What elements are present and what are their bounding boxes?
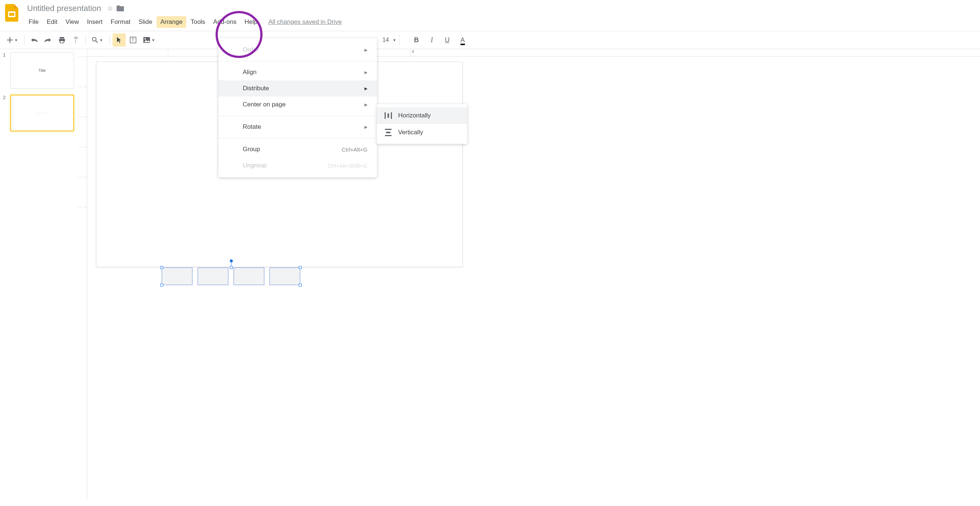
- svg-point-5: [92, 37, 96, 41]
- svg-rect-1: [9, 13, 14, 16]
- menu-edit[interactable]: Edit: [43, 16, 61, 28]
- ruler-vertical: [77, 56, 87, 500]
- zoom-button[interactable]: ▼: [89, 34, 106, 46]
- separator: [86, 35, 86, 45]
- svg-point-10: [145, 38, 146, 40]
- distribute-vertical-icon: [384, 128, 392, 137]
- undo-button[interactable]: [27, 34, 41, 46]
- menu-format[interactable]: Format: [107, 16, 134, 28]
- separator: [218, 138, 377, 138]
- svg-rect-4: [60, 41, 64, 43]
- distribute-submenu: Horizontally Vertically: [377, 104, 467, 144]
- distribute-vertically[interactable]: Vertically: [377, 124, 467, 141]
- rotation-handle[interactable]: [230, 259, 233, 262]
- menu-tools[interactable]: Tools: [187, 16, 209, 28]
- title-area: Untitled presentation ☆ File Edit View I…: [25, 3, 975, 28]
- paint-format-button[interactable]: [69, 34, 83, 46]
- slide-thumb-2[interactable]: ▫▫▫▫: [10, 95, 74, 131]
- shape[interactable]: [234, 268, 264, 285]
- new-slide-button[interactable]: ▼: [4, 34, 21, 46]
- canvas-area: 3 4: [77, 49, 980, 500]
- toolbar: ▼ ▼ T ▼ ▼ 14 ▼ B I U A: [0, 31, 980, 49]
- menu-distribute[interactable]: Distribute▶: [218, 80, 377, 96]
- slide-number: 2: [3, 95, 7, 131]
- resize-handle[interactable]: [230, 266, 233, 269]
- separator: [399, 35, 399, 45]
- shape[interactable]: [162, 268, 192, 285]
- workspace: 1 Title 2 ▫▫▫▫ 3 4: [0, 49, 980, 500]
- resize-handle[interactable]: [160, 284, 163, 287]
- resize-handle[interactable]: [299, 284, 302, 287]
- shape[interactable]: [269, 268, 300, 285]
- svg-rect-12: [388, 113, 389, 118]
- slides-logo[interactable]: [5, 3, 19, 23]
- font-size-control[interactable]: 14 ▼: [382, 37, 396, 43]
- menu-center-on-page[interactable]: Center on page▶: [218, 96, 377, 113]
- image-tool[interactable]: ▼: [140, 34, 158, 46]
- selected-shapes-group[interactable]: [162, 268, 301, 289]
- menu-slide[interactable]: Slide: [135, 16, 156, 28]
- svg-rect-15: [386, 132, 390, 133]
- resize-handle[interactable]: [160, 266, 163, 269]
- move-folder-icon[interactable]: [116, 5, 124, 11]
- svg-line-6: [96, 41, 97, 43]
- svg-text:T: T: [132, 37, 135, 43]
- menu-help[interactable]: Help: [241, 16, 261, 28]
- menu-view[interactable]: View: [62, 16, 83, 28]
- resize-handle[interactable]: [299, 266, 302, 269]
- save-status[interactable]: All changes saved in Drive: [268, 18, 342, 26]
- italic-button[interactable]: I: [425, 34, 439, 46]
- svg-rect-2: [60, 37, 64, 38]
- svg-rect-14: [385, 129, 391, 130]
- print-button[interactable]: [56, 34, 68, 46]
- text-color-button[interactable]: A: [456, 34, 469, 46]
- separator: [218, 61, 377, 61]
- slide-number: 1: [3, 52, 7, 89]
- separator: [24, 35, 25, 45]
- textbox-tool[interactable]: T: [126, 34, 140, 46]
- menu-order: Order▶: [218, 42, 377, 58]
- svg-rect-13: [391, 112, 392, 119]
- underline-button[interactable]: U: [441, 34, 454, 46]
- menu-file[interactable]: File: [25, 16, 42, 28]
- menubar: File Edit View Insert Format Slide Arran…: [25, 16, 975, 28]
- menu-rotate[interactable]: Rotate▶: [218, 119, 377, 135]
- bold-button[interactable]: B: [410, 34, 423, 46]
- shape[interactable]: [197, 268, 228, 285]
- separator: [109, 35, 110, 45]
- menu-align[interactable]: Align▶: [218, 64, 377, 80]
- header: Untitled presentation ☆ File Edit View I…: [0, 0, 980, 28]
- svg-rect-16: [385, 135, 391, 136]
- separator: [218, 116, 377, 116]
- distribute-horizontally[interactable]: Horizontally: [377, 107, 467, 124]
- menu-insert[interactable]: Insert: [83, 16, 106, 28]
- svg-rect-11: [385, 112, 386, 119]
- redo-button[interactable]: [41, 34, 55, 46]
- document-title[interactable]: Untitled presentation: [25, 3, 103, 14]
- slide-thumb-1[interactable]: Title: [10, 52, 74, 89]
- star-icon[interactable]: ☆: [107, 5, 113, 13]
- filmstrip: 1 Title 2 ▫▫▫▫: [0, 49, 77, 500]
- menu-group[interactable]: GroupCtrl+Alt+G: [218, 141, 377, 157]
- arrange-menu-dropdown: Order▶ Align▶ Distribute▶ Center on page…: [218, 38, 377, 177]
- menu-addons[interactable]: Add-ons: [210, 16, 240, 28]
- distribute-horizontal-icon: [384, 112, 392, 120]
- select-tool[interactable]: [113, 34, 126, 46]
- menu-ungroup: UngroupCtrl+Alt+Shift+G: [218, 157, 377, 174]
- menu-arrange[interactable]: Arrange: [157, 16, 186, 28]
